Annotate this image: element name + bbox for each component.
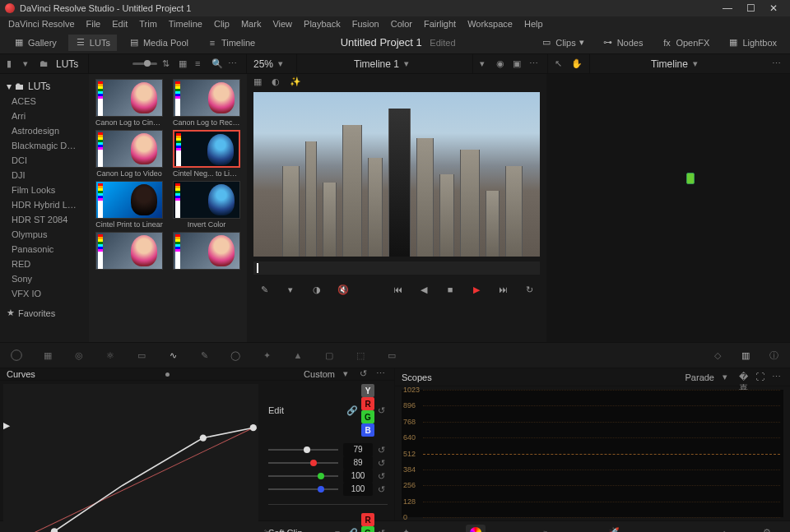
mediapool-button[interactable]: ▤Media Pool <box>122 35 195 51</box>
sidebar-item-hdr-st-2084[interactable]: HDR ST 2084 <box>0 212 89 227</box>
node-graph-panel[interactable] <box>546 74 790 342</box>
sidebar-item-dci[interactable]: DCI <box>0 153 89 168</box>
menu-timeline[interactable]: Timeline <box>164 17 207 30</box>
reset-icon[interactable]: ↺ <box>360 368 371 380</box>
wipe-icon[interactable]: ◉ <box>496 58 508 70</box>
stop-icon[interactable]: ■ <box>443 282 458 297</box>
openfx-button[interactable]: fxOpenFX <box>654 35 716 51</box>
curves-icon[interactable]: ∿ <box>165 347 181 363</box>
reset-icon[interactable]: ↺ <box>378 458 388 468</box>
sort-icon[interactable]: ⇅ <box>162 58 174 70</box>
color-match-icon[interactable]: ▦ <box>40 347 56 363</box>
slider-handle[interactable] <box>304 446 310 453</box>
info-icon[interactable]: ⓘ <box>765 347 782 363</box>
slider-track[interactable] <box>268 475 338 477</box>
settings-icon[interactable]: �喜 <box>739 372 750 383</box>
fusion-page-icon[interactable]: ✦ <box>397 525 416 533</box>
nodepanel-title[interactable]: Timeline <box>651 58 688 70</box>
settings-icon[interactable]: ⚙ <box>757 525 777 533</box>
menu-edit[interactable]: Edit <box>107 17 132 30</box>
wand-icon[interactable]: ✨ <box>290 76 301 88</box>
color-wheels-icon[interactable]: ◎ <box>71 347 87 363</box>
reset-icon[interactable]: ↺ <box>378 484 388 494</box>
clips-button[interactable]: ▭Clips▾ <box>534 35 590 51</box>
picker-icon[interactable]: ✎ <box>257 282 272 297</box>
slider-handle[interactable] <box>310 460 317 466</box>
mute-icon[interactable]: 🔇 <box>336 282 351 297</box>
curve-graph[interactable] <box>3 384 258 532</box>
options-icon[interactable]: ⋯ <box>529 58 541 70</box>
reset-icon[interactable]: ↺ <box>378 471 388 481</box>
prev-frame-icon[interactable]: ◀ <box>416 282 431 297</box>
deliver-page-icon[interactable]: 🚀 <box>604 525 624 533</box>
luts-button[interactable]: ☰LUTs <box>68 35 117 51</box>
home-icon[interactable]: ⌂ <box>714 525 734 533</box>
menu-help[interactable]: Help <box>519 17 548 30</box>
menu-color[interactable]: Color <box>386 17 417 30</box>
chevron-down-icon[interactable]: ▾ <box>480 58 491 70</box>
hand-tool-icon[interactable]: ✋ <box>571 58 583 70</box>
list-view-icon[interactable]: ≡ <box>195 58 207 70</box>
lut-item[interactable]: Invert Color <box>171 181 242 229</box>
chevron-down-icon[interactable]: ▾ <box>343 368 355 380</box>
chevron-down-icon[interactable]: ▾ <box>693 58 704 70</box>
favorites-item[interactable]: ★ Favorites <box>0 304 89 322</box>
expand-icon[interactable]: ⛶ <box>755 372 767 383</box>
sidebar-item-arri[interactable]: Arri <box>0 109 89 123</box>
scopes-mode-dropdown[interactable]: Parade <box>682 372 718 382</box>
sidebar-header[interactable]: ▾ 🖿 LUTs <box>0 79 89 94</box>
options-icon[interactable]: ⋯ <box>772 372 783 383</box>
arrow-tool-icon[interactable]: ↖ <box>555 58 566 70</box>
slider-value[interactable]: 79 <box>343 443 373 456</box>
keyframe-icon[interactable]: ◇ <box>709 347 726 363</box>
menu-workspace[interactable]: Workspace <box>462 17 518 30</box>
menu-trim[interactable]: Trim <box>134 17 162 30</box>
split-icon[interactable]: ▣ <box>513 58 524 70</box>
color-page-icon[interactable] <box>466 525 486 533</box>
search-icon[interactable]: 🔍 <box>211 58 223 70</box>
sidebar-item-hdr-hybrid-log-gamma[interactable]: HDR Hybrid Log-Gamma <box>0 197 89 212</box>
reset-icon[interactable]: ↺ <box>378 528 388 532</box>
lut-item[interactable] <box>94 232 165 271</box>
reset-icon[interactable]: ↺ <box>378 405 388 415</box>
qualifier-icon[interactable]: ✎ <box>196 347 212 363</box>
loop-icon[interactable]: ↻ <box>522 282 537 297</box>
3d-icon[interactable]: ▭ <box>383 347 400 363</box>
thumb-size-slider[interactable] <box>132 62 157 65</box>
gallery-button[interactable]: ▦Gallery <box>7 35 63 51</box>
scopes-icon[interactable]: ▥ <box>737 347 754 363</box>
sizing-icon[interactable]: ⬚ <box>352 347 369 363</box>
key-icon[interactable]: ▢ <box>321 347 337 363</box>
slider-handle[interactable] <box>318 486 324 493</box>
sidebar-item-panasonic[interactable]: Panasonic <box>0 242 89 257</box>
motion-icon[interactable]: ▭ <box>133 347 150 363</box>
channel-r-button[interactable]: R <box>361 513 374 526</box>
chevron-down-icon[interactable]: ▾ <box>23 58 35 70</box>
fairlight-page-icon[interactable]: ♫ <box>535 525 555 533</box>
play-icon[interactable]: ▶ <box>469 282 484 297</box>
options-icon[interactable]: ⋯ <box>772 58 783 70</box>
sidebar-item-vfx-io[interactable]: VFX IO <box>0 286 89 301</box>
menu-view[interactable]: View <box>267 17 297 30</box>
playhead[interactable] <box>257 263 258 273</box>
menu-fairlight[interactable]: Fairlight <box>419 17 461 30</box>
menu-file[interactable]: File <box>81 17 106 30</box>
next-frame-icon[interactable]: ⏭ <box>495 282 510 297</box>
sidebar-item-sony[interactable]: Sony <box>0 271 89 286</box>
panel-menu-icon[interactable]: ▮ <box>7 58 18 70</box>
tracker-icon[interactable]: ✦ <box>258 347 275 363</box>
channel-y-button[interactable]: Y <box>361 384 374 397</box>
options-icon[interactable]: ⋯ <box>376 368 388 380</box>
sidebar-item-astrodesign[interactable]: Astrodesign <box>0 123 89 138</box>
cut-page-icon[interactable]: ✂ <box>258 525 278 533</box>
lut-item[interactable]: Canon Log to Video <box>94 130 165 178</box>
viewer-image[interactable] <box>253 92 540 257</box>
timeline-name[interactable]: Timeline 1 <box>354 58 399 70</box>
chevron-down-icon[interactable]: ▾ <box>404 58 416 70</box>
slider-track[interactable] <box>268 462 338 464</box>
channel-b-button[interactable]: B <box>361 423 374 437</box>
image-wipe-icon[interactable]: ▦ <box>253 76 265 88</box>
slider-value[interactable]: 100 <box>343 483 373 496</box>
grid-view-icon[interactable]: ▦ <box>179 58 190 70</box>
channel-g-button[interactable]: G <box>361 410 374 423</box>
